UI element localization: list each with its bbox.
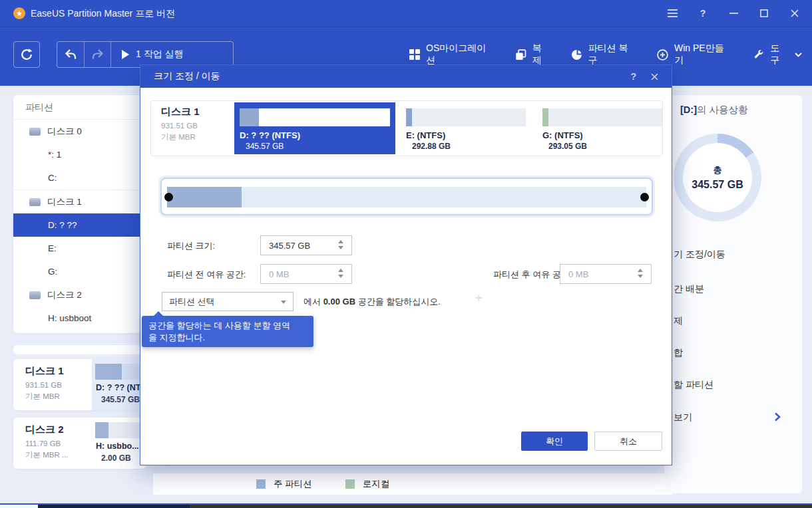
toolbar-item-partition-recovery[interactable]: 파티션 복구	[561, 41, 648, 68]
partition-bar	[240, 108, 390, 126]
spinner-arrows-icon[interactable]	[338, 269, 343, 278]
minimize-icon[interactable]	[728, 8, 739, 19]
execute-operations-label: 1 작업 실행	[136, 49, 184, 61]
app-window: ★ EaseUS Partition Master 프로 버전 ?	[0, 0, 812, 508]
slider-track	[167, 187, 646, 207]
dialog-title: 크기 조정 / 이동	[154, 70, 220, 82]
panel-item-split[interactable]: 할 파티션	[674, 379, 713, 391]
disk-icon	[29, 291, 41, 299]
disk-size: 931.51 GB	[25, 381, 62, 389]
panel-item-more[interactable]: 보기	[674, 412, 692, 424]
sidebar-item-d-selected[interactable]: D: ? ??	[13, 213, 146, 237]
execute-operations-button[interactable]: 1 작업 실행	[110, 42, 233, 67]
partial-card-edge	[13, 345, 146, 354]
sidebar-item-label: G:	[48, 267, 57, 277]
sidebar-item-e[interactable]: E:	[13, 237, 146, 260]
partition-size-input[interactable]: 345.57 GB	[260, 235, 352, 255]
play-icon	[122, 50, 129, 59]
partition-bar	[406, 108, 526, 126]
panel-item-resize[interactable]: 기 조정/이동	[674, 249, 725, 261]
drive-letter: [D:]	[680, 104, 697, 115]
tooltip-line2: 을 지정합니다.	[148, 332, 307, 344]
resize-slider[interactable]	[160, 178, 653, 215]
ok-button[interactable]: 확인	[521, 432, 588, 451]
redo-icon	[91, 49, 104, 61]
sidebar-item-disk2[interactable]: 디스크 2	[13, 283, 146, 307]
toolbar-item-winpe[interactable]: Win PE만들기	[647, 41, 743, 68]
disk-icon	[29, 198, 41, 206]
disk-card-1[interactable]: 디스크 1 931.51 GB 기본 MBR D: ? ?? (NT 345.5…	[13, 359, 146, 410]
space-before-label: 파티션 전 여유 공간:	[167, 269, 246, 281]
toolbar-item-clone[interactable]: 복제	[505, 41, 561, 68]
cancel-button[interactable]: 취소	[594, 432, 662, 451]
hamburger-menu-icon[interactable]	[667, 8, 678, 19]
slider-used-segment	[167, 187, 242, 207]
redo-button[interactable]	[84, 42, 110, 67]
panel-title: 파티션	[13, 95, 146, 119]
allocate-space-value: 0.00 GB	[323, 297, 355, 307]
disk-name: 디스크 1	[161, 106, 200, 118]
panel-item-allocate[interactable]: 간 배분	[674, 283, 704, 295]
toolbar-item-label: 파티션 복구	[588, 43, 638, 66]
logical-partition-swatch	[345, 479, 355, 489]
sidebar-item-star1[interactable]: *: 1	[13, 143, 146, 166]
partition-cell[interactable]: H: usbbo... 2.00 GB	[92, 418, 146, 469]
used-space-segment	[95, 364, 122, 380]
sidebar-item-label: 디스크 2	[47, 289, 82, 301]
close-icon[interactable]	[789, 8, 800, 19]
space-before-value: 0 MB	[269, 269, 289, 279]
maximize-icon[interactable]	[759, 8, 769, 19]
sidebar-item-h[interactable]: H: usbboot	[13, 307, 146, 330]
sidebar-item-disk0[interactable]: 디스크 0	[13, 120, 146, 143]
partition-label: E: (NTFS)	[406, 130, 445, 140]
sidebar-item-g[interactable]: G:	[13, 260, 146, 283]
sidebar-item-label: 디스크 0	[47, 126, 82, 138]
legend-label: 주 파티션	[274, 478, 312, 490]
dialog-close-icon[interactable]	[651, 73, 658, 80]
toolbar-item-label: 도구	[770, 43, 789, 66]
toolbar-item-os-migration[interactable]: OS마이그레이션	[399, 41, 505, 68]
spinner-arrows-icon[interactable]	[338, 240, 343, 249]
space-after-value: 0 MB	[568, 269, 588, 279]
partition-bar	[95, 364, 146, 380]
sidebar-item-label: *: 1	[48, 150, 61, 160]
desktop-sliver	[190, 505, 812, 508]
partition-block-g[interactable]: G: (NTFS) 293.05 GB	[537, 102, 668, 154]
sidebar-item-c[interactable]: C:	[13, 166, 146, 190]
desktop-sliver	[38, 505, 190, 508]
toolbar-item-label: 복제	[532, 43, 551, 66]
sidebar-item-label: 디스크 1	[47, 196, 82, 208]
partition-cell[interactable]: D: ? ?? (NT 345.57 GB	[92, 359, 146, 410]
partition-size: 293.05 GB	[548, 142, 587, 151]
used-space-segment	[542, 108, 548, 126]
panel-item-merge[interactable]: 합	[674, 347, 683, 359]
chevron-right-icon[interactable]	[774, 412, 781, 422]
toolbar-item-tools[interactable]: 도구	[743, 41, 812, 68]
spinner-arrows-icon[interactable]	[638, 269, 643, 278]
plus-icon[interactable]: +	[475, 291, 483, 305]
undo-button[interactable]	[57, 42, 84, 67]
refresh-button[interactable]	[13, 41, 40, 68]
partition-bar	[95, 422, 146, 438]
space-after-input[interactable]: 0 MB	[560, 264, 652, 284]
partition-select-dropdown[interactable]: 파티션 선택	[162, 292, 294, 311]
sidebar-item-label: H: usbboot	[48, 313, 91, 323]
dialog-help-icon[interactable]: ?	[630, 71, 636, 82]
slider-right-handle[interactable]	[640, 193, 649, 201]
help-icon[interactable]: ?	[698, 8, 708, 19]
partition-block-e[interactable]: E: (NTFS) 292.88 GB	[401, 102, 531, 154]
disk-type: 기본 MBR	[161, 132, 196, 142]
partition-size-label: 파티션 크기:	[167, 240, 215, 252]
sidebar-item-disk1[interactable]: 디스크 1	[13, 190, 146, 213]
desktop-sliver	[0, 505, 38, 508]
space-before-input[interactable]: 0 MB	[260, 264, 352, 284]
disk-card-2[interactable]: 디스크 2 111.79 GB 기본 MBR ... H: usbbo... 2…	[13, 418, 146, 469]
panel-item-clone[interactable]: 제	[674, 315, 683, 327]
toolbar-item-label: OS마이그레이션	[426, 43, 495, 66]
primary-partition-swatch	[256, 479, 266, 489]
partition-block-d[interactable]: D: ? ?? (NTFS) 345.57 GB	[234, 102, 395, 154]
partition-label: G: (NTFS)	[542, 130, 583, 140]
slider-left-handle[interactable]	[164, 193, 173, 201]
toolbar-item-label: Win PE만들기	[674, 43, 733, 66]
operations-group: 1 작업 실행	[57, 41, 234, 68]
